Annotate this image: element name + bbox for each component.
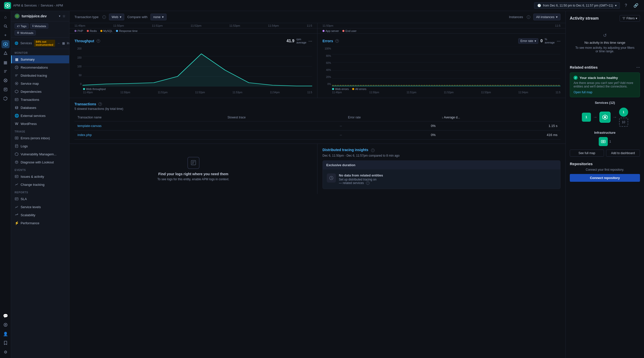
- sidebar-item-summary[interactable]: ▦ Summary: [11, 55, 69, 63]
- compare-with-select[interactable]: none ▾: [150, 14, 167, 20]
- time-tick-6: 11:54pm: [268, 24, 279, 27]
- breadcrumb-apm[interactable]: APM & Services: [13, 4, 37, 7]
- y-80pct: 80%: [323, 55, 331, 57]
- tracing-info-icon[interactable]: ?: [371, 149, 375, 152]
- errors-more-button[interactable]: ···: [557, 38, 560, 44]
- sidebar-chevron-icon[interactable]: ▾: [59, 14, 60, 18]
- rail-bookmark-icon[interactable]: [2, 339, 10, 347]
- breadcrumb-services[interactable]: Services - APM: [41, 4, 63, 7]
- tags-button[interactable]: 🏷 Tags: [15, 23, 29, 29]
- add-to-dashboard-button[interactable]: Add to dashboard: [606, 150, 640, 157]
- avg-duration-2: 416 ms: [439, 130, 561, 140]
- rail-apm-icon[interactable]: [2, 40, 10, 48]
- sidebar-item-dependencies[interactable]: Dependencies: [11, 87, 69, 96]
- sidebar-item-errors-label: Errors (errors inbox): [21, 136, 50, 140]
- sidebar-item-vulnerability[interactable]: Vulnerability Managem...: [11, 150, 69, 158]
- related-entities-more-icon[interactable]: ···: [636, 65, 640, 70]
- legend-end-user: End user: [342, 29, 356, 32]
- logs-panel: Find your logs right where you need them…: [69, 144, 317, 194]
- sidebar-item-wordpress[interactable]: W WordPress: [11, 120, 69, 128]
- help-button[interactable]: ?: [622, 2, 630, 10]
- throughput-info-icon[interactable]: ?: [97, 39, 100, 43]
- sidebar-item-sla[interactable]: SLA: [11, 195, 69, 203]
- sidebar-item-issues[interactable]: Issues & activity: [11, 172, 69, 181]
- sidebar-item-distributed-tracing[interactable]: Distributed tracing: [11, 71, 69, 79]
- rail-people-icon[interactable]: 👤: [2, 330, 10, 338]
- instances-select[interactable]: All instances ▾: [533, 14, 560, 20]
- svg-rect-20: [15, 175, 18, 178]
- throughput-title-text: Throughput: [74, 39, 94, 43]
- response-time-dot: [116, 30, 118, 32]
- tags-icon: 🏷: [17, 25, 20, 28]
- time-range-picker[interactable]: 🕐 from Dec 6, 11:50 pm to Dec 6, 11:57 p…: [534, 2, 620, 9]
- rail-home-icon[interactable]: ⌂: [2, 13, 10, 21]
- sidebar-item-service-map-label: Service map: [21, 82, 39, 85]
- col-transaction-name: Transaction name: [74, 114, 224, 121]
- rail-alerts-icon[interactable]: [2, 49, 10, 57]
- svg-point-5: [5, 43, 6, 45]
- see-full-map-button[interactable]: See full map: [570, 150, 604, 157]
- rail-search-icon[interactable]: [2, 22, 10, 30]
- rail-settings-icon[interactable]: ⚙: [2, 348, 10, 356]
- rail-errors-icon[interactable]: [2, 76, 10, 84]
- errors-unit: %: [545, 38, 555, 41]
- y-0pct: 0%: [323, 83, 331, 85]
- throughput-svg: [83, 46, 312, 86]
- connect-repository-button[interactable]: Connect repository: [570, 174, 640, 182]
- transaction-type-select[interactable]: Web ▾: [109, 14, 125, 20]
- sidebar-item-change-tracking[interactable]: Change tracking: [11, 181, 69, 189]
- sidebar-item-external-services-label: External services: [21, 114, 46, 118]
- distributed-tracing-icon: [15, 73, 19, 77]
- error-rate-2: 0%: [345, 130, 438, 140]
- sidebar-item-recommendations[interactable]: Recommendations: [11, 63, 69, 71]
- dependencies-icon: [15, 89, 19, 94]
- slowest-trace-2: --: [224, 130, 345, 140]
- rail-add-icon[interactable]: +: [2, 31, 10, 39]
- rail-dashboard-icon[interactable]: ▦: [2, 58, 10, 66]
- sidebar-item-logs[interactable]: Logs: [11, 142, 69, 150]
- instances-label: Instances: [509, 15, 523, 19]
- errors-y-axis: 100% 80% 60% 40% 20% 0%: [323, 46, 331, 86]
- instances-info-icon[interactable]: i: [527, 15, 530, 19]
- sidebar-item-diagnose-label: Diagnose with Lookout: [21, 160, 54, 164]
- sidebar-item-service-levels[interactable]: Service levels: [11, 203, 69, 211]
- rail-queries-icon[interactable]: [2, 67, 10, 75]
- link-button[interactable]: 🔗: [632, 2, 640, 10]
- transaction-type-info-icon[interactable]: i: [102, 15, 106, 19]
- sidebar-item-recommendations-label: Recommendations: [21, 66, 48, 69]
- sidebar-star-icon[interactable]: ☆: [62, 14, 66, 18]
- related-entities-title: Related entities: [570, 65, 598, 69]
- sidebar-item-service-map[interactable]: Service map: [11, 79, 69, 87]
- transaction-name-1[interactable]: template-canvas: [74, 121, 224, 130]
- transactions-info-icon[interactable]: ?: [98, 102, 102, 106]
- sidebar-item-performance[interactable]: ⚡ Performance: [11, 219, 69, 227]
- sidebar-item-diagnose[interactable]: Diagnose with Lookout: [11, 158, 69, 166]
- errors-chart-container: 100% 80% 60% 40% 20% 0%: [323, 46, 560, 86]
- svg-point-39: [604, 116, 606, 118]
- sidebar-item-scalability[interactable]: Scalability: [11, 211, 69, 219]
- tracing-related-info-icon[interactable]: ?: [366, 181, 370, 185]
- web-errors-dot: [332, 88, 334, 90]
- metadata-button[interactable]: ℹ Metadata: [30, 23, 48, 29]
- app-logo: [4, 2, 11, 9]
- workloads-button[interactable]: ⚙ Workloads: [15, 30, 36, 35]
- error-rate-filter[interactable]: Error rate ▾: [518, 38, 539, 44]
- repositories-title: Repositories: [570, 162, 640, 166]
- errors-info-icon[interactable]: ?: [335, 39, 339, 43]
- sidebar-item-databases[interactable]: Databases: [11, 104, 69, 112]
- filters-button[interactable]: Filters ▾: [620, 15, 640, 22]
- sidebar-item-transactions[interactable]: Transactions: [11, 96, 69, 104]
- rail-ai-icon[interactable]: [2, 321, 10, 329]
- rail-chat-icon[interactable]: 💬: [2, 312, 10, 320]
- rail-vulnerabilities-icon[interactable]: [2, 95, 10, 103]
- sidebar-item-external-services[interactable]: 🌐 External services: [11, 112, 69, 120]
- rail-logs-icon[interactable]: [2, 85, 10, 94]
- open-full-map-link[interactable]: Open full map: [574, 91, 592, 94]
- sidebar-item-errors[interactable]: Errors (errors inbox): [11, 134, 69, 142]
- svg-point-19: [16, 162, 17, 163]
- time-tick-r2: 11:5: [555, 24, 560, 27]
- col-avg-duration[interactable]: ↓ Average d...: [439, 114, 561, 121]
- transaction-name-2[interactable]: index.php: [74, 130, 224, 140]
- web-errors-legend: Web errors: [332, 87, 349, 91]
- throughput-more-button[interactable]: ···: [308, 38, 312, 44]
